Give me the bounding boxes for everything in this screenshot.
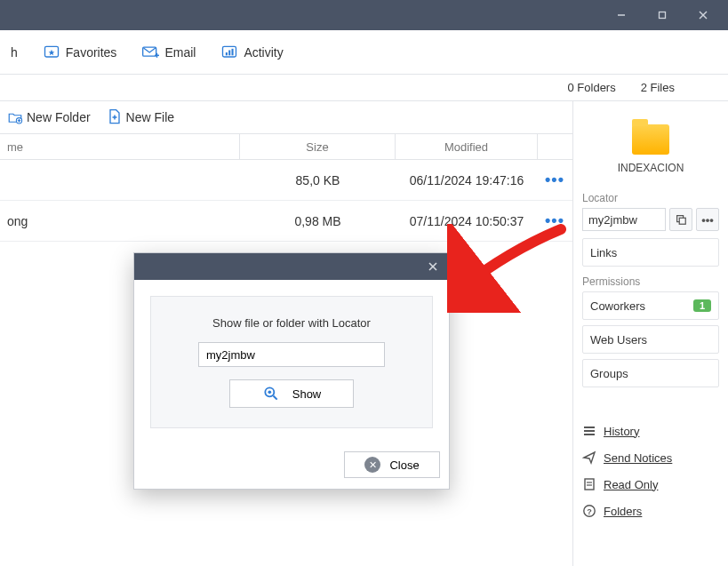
locator-more-button[interactable]: •••: [696, 208, 719, 231]
envelope-icon: [141, 44, 159, 61]
minimize-button[interactable]: [602, 2, 641, 28]
col-size-header[interactable]: Size: [240, 134, 396, 159]
modal-title: Show file or folder with Locator: [212, 316, 371, 330]
read-only-label: Read Only: [604, 478, 658, 491]
folder-name: INDEXACION: [618, 162, 684, 174]
question-icon: ?: [582, 504, 596, 518]
svg-rect-23: [585, 479, 594, 490]
table-row[interactable]: ong 0,98 MB 07/11/2024 10:50:37 •••: [0, 201, 572, 242]
coworkers-item[interactable]: Coworkers 1: [582, 291, 719, 320]
folders-link[interactable]: ? Folders: [582, 498, 719, 524]
svg-rect-20: [584, 426, 595, 428]
right-sidebar: INDEXACION Locator my2jmbw ••• Links Per…: [572, 101, 728, 566]
favorites-button[interactable]: Favorites: [43, 44, 117, 61]
svg-rect-19: [679, 218, 685, 224]
show-label: Show: [292, 387, 322, 401]
links-item[interactable]: Links: [582, 238, 719, 267]
counts-bar: 0 Folders 2 Files: [0, 75, 728, 101]
magnify-icon: [262, 385, 280, 403]
table-row[interactable]: 85,0 KB 06/11/2024 19:47:16 •••: [0, 160, 572, 201]
locator-label: Locator: [582, 192, 719, 204]
new-folder-label: New Folder: [27, 110, 91, 124]
cell-modified: 06/11/2024 19:47:16: [396, 160, 538, 200]
dots-icon: •••: [701, 213, 714, 227]
history-label: History: [604, 425, 639, 438]
readonly-icon: [582, 477, 596, 491]
web-users-label: Web Users: [590, 333, 647, 347]
groups-item[interactable]: Groups: [582, 359, 719, 387]
svg-rect-12: [232, 48, 234, 55]
cell-size: 0,98 MB: [240, 201, 396, 241]
folders-label: Folders: [604, 505, 642, 518]
new-file-button[interactable]: New File: [107, 109, 174, 125]
close-label: Close: [389, 458, 419, 472]
svg-line-31: [273, 396, 276, 400]
coworkers-badge: 1: [693, 299, 711, 312]
main-toolbar: h Favorites Email Activity: [0, 30, 728, 75]
svg-rect-1: [660, 12, 666, 19]
copy-locator-button[interactable]: [669, 208, 692, 231]
toolbar-fragment: h: [11, 45, 18, 60]
svg-text:?: ?: [587, 507, 592, 516]
col-modified-header[interactable]: Modified: [396, 134, 538, 159]
cell-name: [0, 160, 240, 200]
permissions-label: Permissions: [582, 275, 719, 288]
modal-close-icon[interactable]: [422, 256, 444, 277]
file-actions: New Folder New File: [0, 101, 572, 133]
folder-count: 0 Folders: [568, 81, 616, 94]
history-link[interactable]: History: [582, 418, 719, 444]
new-file-label: New File: [126, 110, 174, 124]
locator-input[interactable]: [198, 342, 385, 367]
send-notices-link[interactable]: Send Notices: [582, 444, 719, 471]
email-label: Email: [164, 45, 196, 60]
coworkers-label: Coworkers: [590, 299, 645, 313]
folder-summary: INDEXACION: [582, 124, 719, 174]
cell-modified: 07/11/2024 10:50:37: [396, 201, 538, 241]
row-menu-icon[interactable]: •••: [545, 171, 564, 189]
maximize-button[interactable]: [643, 2, 682, 28]
svg-rect-10: [226, 52, 228, 55]
folder-icon: [632, 124, 669, 155]
close-button[interactable]: ✕ Close: [344, 451, 440, 478]
svg-marker-5: [48, 49, 54, 55]
close-button[interactable]: [684, 2, 723, 28]
web-users-item[interactable]: Web Users: [582, 325, 719, 354]
favorites-label: Favorites: [66, 45, 117, 60]
groups-label: Groups: [590, 367, 628, 380]
activity-button[interactable]: Activity: [220, 44, 283, 61]
copy-icon: [675, 213, 687, 226]
window-titlebar: [0, 0, 728, 30]
send-icon: [582, 450, 596, 465]
list-icon: [582, 424, 596, 438]
svg-rect-21: [584, 430, 595, 432]
locator-modal: Show file or folder with Locator Show ✕ …: [133, 252, 450, 490]
read-only-link[interactable]: Read Only: [582, 471, 719, 498]
cell-name: ong: [0, 201, 240, 241]
folder-plus-icon: [7, 109, 23, 125]
new-folder-button[interactable]: New Folder: [7, 109, 91, 125]
activity-label: Activity: [244, 45, 283, 60]
table-header: me Size Modified: [0, 133, 572, 160]
show-button[interactable]: Show: [229, 379, 354, 408]
cell-size: 85,0 KB: [240, 160, 396, 200]
svg-point-32: [268, 391, 271, 395]
send-notices-label: Send Notices: [604, 451, 672, 465]
row-menu-icon[interactable]: •••: [545, 211, 564, 230]
links-label: Links: [590, 246, 617, 259]
col-name-header[interactable]: me: [0, 134, 240, 159]
email-button[interactable]: Email: [141, 44, 196, 61]
locator-value[interactable]: my2jmbw: [582, 208, 666, 231]
file-count: 2 Files: [641, 81, 675, 94]
svg-rect-22: [584, 434, 595, 435]
close-circle-icon: ✕: [364, 457, 380, 473]
modal-titlebar: [134, 253, 449, 280]
svg-rect-11: [229, 50, 231, 55]
file-plus-icon: [107, 109, 123, 125]
star-icon: [43, 44, 60, 61]
chart-icon: [220, 44, 238, 61]
